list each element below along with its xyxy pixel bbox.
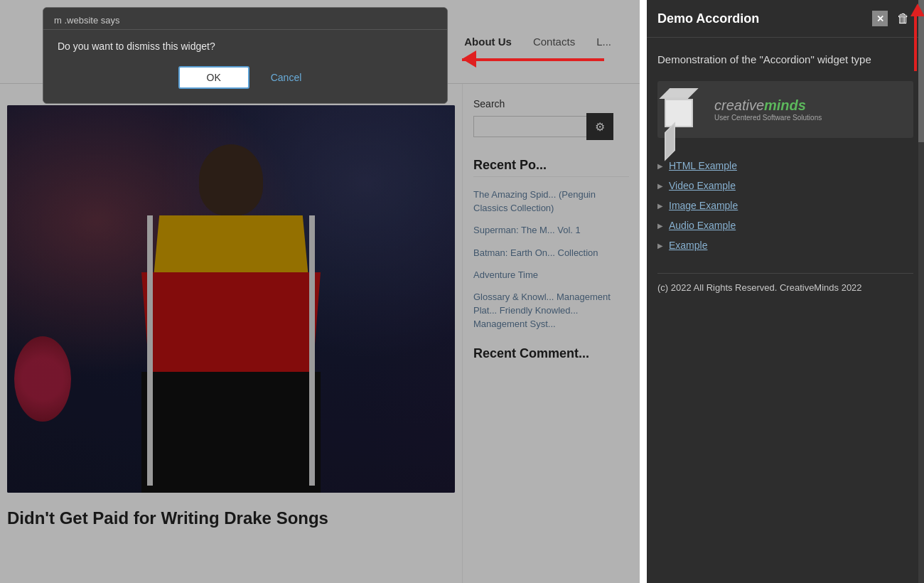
demo-panel-header: Demo Accordion ✕ 🗑 <box>647 0 924 38</box>
accordion-item-image[interactable]: ▶ Image Example <box>657 196 913 215</box>
dialog-title: m .website says <box>54 15 119 26</box>
cube-front-face <box>665 99 693 127</box>
accordion-link[interactable]: Image Example <box>669 200 738 211</box>
delete-icon: 🗑 <box>897 11 910 26</box>
brand-cube <box>665 88 707 131</box>
panel-close-button[interactable]: ✕ <box>872 11 888 26</box>
demo-description: Demonstration of the "Accordion" widget … <box>657 52 913 67</box>
panel-scrollbar[interactable] <box>918 0 924 583</box>
cancel-button[interactable]: Cancel <box>260 66 313 89</box>
demo-panel-title: Demo Accordion <box>657 11 759 26</box>
brand-tagline: User Centered Software Solutions <box>714 114 822 122</box>
cube-top-face <box>660 88 699 99</box>
accordion-arrow-icon: ▶ <box>657 182 663 190</box>
panel-delete-button[interactable]: 🗑 <box>893 9 913 28</box>
ok-button[interactable]: OK <box>178 66 249 89</box>
accordion-item-audio[interactable]: ▶ Audio Example <box>657 215 913 235</box>
accordion-link[interactable]: Audio Example <box>669 220 736 231</box>
brand-minds-text: minds <box>764 97 806 114</box>
accordion-list: ▶ HTML Example ▶ Video Example ▶ Image E… <box>657 156 913 255</box>
brand-name: creative minds User Centered Software So… <box>714 97 822 122</box>
accordion-item-html[interactable]: ▶ HTML Example <box>657 156 913 176</box>
dialog-box: m .website says Do you want to dismiss t… <box>43 7 448 104</box>
dialog-message: Do you want to dismiss this widget? <box>58 41 433 52</box>
accordion-arrow-icon: ▶ <box>657 242 663 250</box>
brand-name-line: creative minds <box>714 97 822 114</box>
dialog-content: Do you want to dismiss this widget? OK C… <box>43 30 447 103</box>
dialog-title-bar: m .website says <box>43 8 447 30</box>
accordion-item-example[interactable]: ▶ Example <box>657 235 913 255</box>
accordion-item-video[interactable]: ▶ Video Example <box>657 176 913 196</box>
dialog-buttons: OK Cancel <box>58 66 433 89</box>
accordion-arrow-icon: ▶ <box>657 162 663 170</box>
accordion-arrow-icon: ▶ <box>657 222 663 230</box>
accordion-arrow-icon: ▶ <box>657 202 663 210</box>
demo-panel-actions: ✕ 🗑 <box>872 9 913 28</box>
demo-footer: (c) 2022 All Rights Reserved. CreativeMi… <box>657 273 913 295</box>
brand-logo: creative minds User Centered Software So… <box>657 81 913 138</box>
demo-panel: Demo Accordion ✕ 🗑 Demonstration of the … <box>647 0 924 583</box>
close-icon: ✕ <box>876 14 884 24</box>
accordion-link[interactable]: HTML Example <box>669 160 737 171</box>
demo-panel-body: Demonstration of the "Accordion" widget … <box>647 38 924 583</box>
brand-creative-text: creative <box>714 97 764 114</box>
panel-scrollbar-thumb[interactable] <box>918 0 924 142</box>
accordion-link[interactable]: Example <box>669 240 707 251</box>
accordion-link[interactable]: Video Example <box>669 180 736 191</box>
